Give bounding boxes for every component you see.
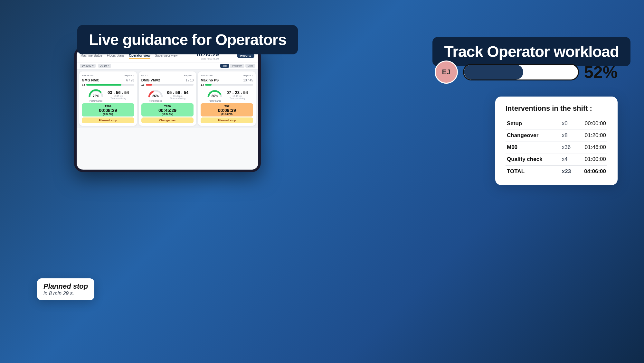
pill-job[interactable]: Job: [220, 64, 229, 68]
mc3-gauge-row: 86% Performance 07 : 23 : 54 10:45 pm Ti…: [201, 88, 253, 102]
intervention-row-1: Changeover x8 01:20:00: [506, 130, 607, 142]
chip-remove-icon-2[interactable]: ×: [108, 64, 109, 67]
mc1-task-btn[interactable]: T384 00:08:29 (9:34 PM): [82, 103, 134, 116]
mc1-task-time: 00:08:29: [83, 108, 133, 113]
mc3-time-big: 07 : 23 : 54: [226, 90, 248, 95]
mc2-time-note: 10:45 pm: [167, 95, 189, 97]
intervention-row-4: TOTAL x23 04:06:00: [506, 165, 607, 177]
mc3-status[interactable]: Planned stop: [201, 117, 253, 123]
planned-stop-title: Planned stop: [43, 282, 88, 291]
mc1-gauge-label: Performance: [87, 100, 105, 102]
mc3-task-id: T97: [202, 105, 252, 108]
svg-text:76%: 76%: [93, 94, 99, 98]
mc2-gauge-wrap: 26% Performance: [147, 88, 165, 102]
main-content: Live guidance for Operators Machine stat…: [0, 0, 644, 363]
mc1-progress-row: 73: [82, 83, 134, 86]
mc2-task-id: T976: [143, 105, 193, 108]
mc1-pct: 73: [82, 83, 85, 86]
mc3-section: Production: [201, 74, 213, 77]
mc3-progress-bar: [205, 84, 253, 86]
machine-card-1: Production Reports ↑ GMG NMC 6 / 23 73: [79, 71, 137, 126]
chip-remove-icon[interactable]: ×: [92, 64, 94, 67]
svg-text:26%: 26%: [152, 94, 159, 98]
planned-stop-bubble: Planned stop in 8 min 29 s.: [37, 278, 94, 300]
filter-chip-1[interactable]: JV-2000 ×: [80, 64, 96, 68]
pill-shift[interactable]: Shift: [245, 64, 255, 68]
intervention-label-0: Setup: [506, 118, 561, 130]
mc1-reports[interactable]: Reports ↑: [125, 74, 134, 77]
mc1-gauge-wrap: 76% Performance: [87, 88, 105, 102]
mc2-section: MOO: [141, 74, 147, 77]
svg-text:86%: 86%: [212, 94, 218, 98]
mc3-gauge-label: Performance: [206, 100, 224, 102]
intervention-time-1: 01:20:00: [581, 130, 607, 142]
mc2-task-sub: (10:34 PM): [143, 113, 193, 115]
mc3-pct: 13: [201, 83, 204, 86]
mc3-count: 13 / 45: [243, 79, 253, 82]
operator-card: EJ 52%: [435, 60, 618, 84]
machine-cards-container: Production Reports ↑ GMG NMC 6 / 23 73: [77, 70, 258, 128]
machine-card-2: MOO Reports ↑ DMG VMV2 1 / 13 13: [139, 71, 196, 126]
mc2-task-btn[interactable]: T976 00:45:29 (10:34 PM): [141, 103, 194, 116]
tablet-date: 2024 / 05 / 23 AM: [201, 58, 219, 60]
mc2-reports[interactable]: Reports ↑: [184, 74, 194, 77]
mc2-status[interactable]: Changeover: [141, 117, 194, 123]
mc2-time-info: 05 : 56 : 54 10:45 pm Time remaining: [167, 90, 189, 99]
intervention-label-2: M00: [506, 142, 561, 154]
mc1-time-label: Time remaining: [108, 97, 129, 99]
machine-card-3: Production Reports ↑ Makino PS 13 / 45 1…: [198, 71, 256, 126]
mc3-fill: [205, 84, 211, 86]
planned-stop-subtitle: in 8 min 29 s.: [43, 291, 88, 296]
tablet-filter-row: JV-2000 × JV-10 × Job Program Shift: [77, 62, 258, 70]
mc3-progress-row: 13: [201, 83, 253, 86]
mc3-header: Production Reports ↑: [201, 74, 253, 77]
intervention-count-3: x4: [561, 154, 581, 166]
mc2-time-big: 05 : 56 : 54: [167, 90, 189, 95]
mc2-progress-row: 13: [141, 83, 194, 86]
mc2-fill: [146, 84, 152, 86]
mc1-gauge-svg: 76%: [87, 88, 105, 98]
intervention-count-2: x36: [561, 142, 581, 154]
intervention-label-1: Changeover: [506, 130, 561, 142]
intervention-label-3: Quality check: [506, 154, 561, 166]
mc2-time-label: Time remaining: [167, 97, 189, 99]
mc3-task-time: 00:09:39: [202, 108, 252, 113]
mc1-name: GMG NMC: [82, 78, 99, 82]
mc3-task-sub: (11:34 PM): [202, 113, 252, 115]
operator-avatar: EJ: [435, 60, 458, 84]
intervention-count-1: x8: [561, 130, 581, 142]
mc1-task-sub: (9:34 PM): [83, 113, 133, 115]
mc1-gauge-row: 76% Performance 03 : 56 : 54 10:45 pm Ti…: [82, 88, 134, 102]
intervention-row-3: Quality check x4 01:00:00: [506, 154, 607, 166]
intervention-time-3: 01:00:00: [581, 154, 607, 166]
mc1-time-big: 03 : 56 : 54: [108, 90, 129, 95]
mc3-task-btn[interactable]: T97 00:09:39 (11:34 PM): [201, 103, 253, 116]
mc3-gauge-svg: 86%: [206, 88, 224, 98]
mc1-fill: [86, 84, 121, 86]
intervention-time-2: 01:46:00: [581, 142, 607, 154]
mc2-progress-bar: [146, 84, 194, 86]
filter-chip-2[interactable]: JV-10 ×: [98, 64, 111, 68]
mc2-count: 1 / 13: [185, 79, 194, 82]
operator-progress-bar: [463, 64, 579, 80]
mc3-time-label: Time remaining: [226, 97, 248, 99]
intervention-count-4: x23: [561, 165, 581, 177]
intervention-row-0: Setup x0 00:00:00: [506, 118, 607, 130]
mc1-progress-bar: [86, 84, 134, 86]
mc1-task-id: T384: [83, 105, 133, 108]
tablet-device: Machine statue Floors plans Operator vie…: [74, 47, 261, 172]
mc1-time-info: 03 : 56 : 54 10:45 pm Time remaining: [108, 90, 129, 99]
mc2-header: MOO Reports ↑: [141, 74, 194, 77]
mc3-gauge-wrap: 86% Performance: [206, 88, 224, 102]
tablet-screen: Machine statue Floors plans Operator vie…: [77, 49, 258, 170]
mc3-reports[interactable]: Reports ↑: [243, 74, 253, 77]
pill-program[interactable]: Program: [230, 64, 244, 68]
mc1-status[interactable]: Planned stop: [82, 117, 134, 123]
interventions-table: Setup x0 00:00:00 Changeover x8 01:20:00…: [506, 118, 607, 177]
intervention-time-4: 04:06:00: [581, 165, 607, 177]
mc2-gauge-label: Performance: [147, 100, 165, 102]
interventions-card: Interventions in the shift : Setup x0 00…: [495, 97, 618, 185]
mc2-task-time: 00:45:29: [143, 108, 193, 113]
mc2-pct: 13: [141, 83, 145, 86]
mc2-gauge-row: 26% Performance 05 : 56 : 54 10:45 pm Ti…: [141, 88, 194, 102]
